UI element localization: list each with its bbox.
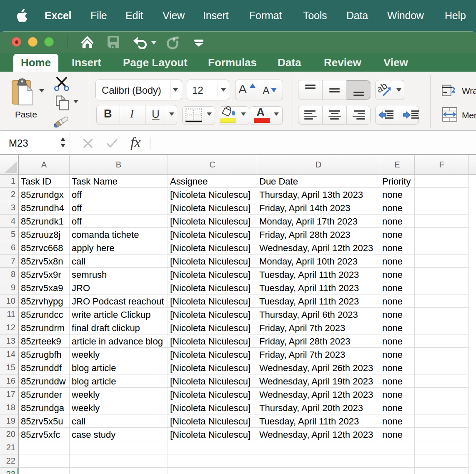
svg-text:ab: ab — [378, 82, 389, 95]
svg-text:fx: fx — [130, 135, 141, 150]
